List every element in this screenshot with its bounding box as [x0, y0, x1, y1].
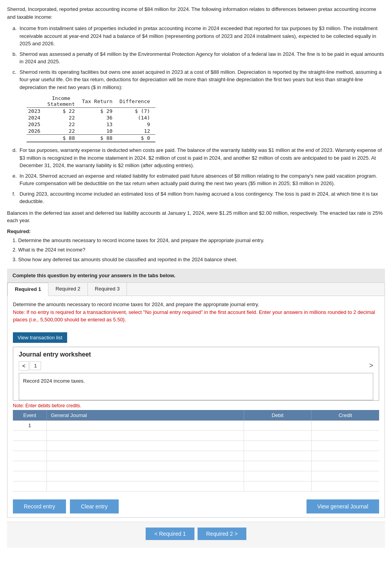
nav-row: < 1 >: [19, 361, 373, 371]
credit-input-5[interactable]: [314, 463, 377, 469]
record-entry-button[interactable]: Record entry: [13, 499, 66, 513]
record-label-box: Record 2024 income taxes.: [19, 373, 373, 400]
gj-input-5[interactable]: [49, 463, 241, 469]
bottom-nav: < Required 1 Required 2 >: [7, 522, 385, 548]
table-row: [13, 430, 379, 440]
credit-cell-6[interactable]: [312, 471, 379, 481]
table-row: [13, 471, 379, 481]
event-cell-3: [13, 440, 47, 451]
list-item-d: For tax purposes, warranty expense is de…: [12, 146, 385, 169]
gj-input-6[interactable]: [49, 473, 241, 479]
debit-cell-7[interactable]: [244, 481, 311, 491]
tabs-bar: Required 1 Required 2 Required 3: [7, 283, 385, 296]
debit-cell-6[interactable]: [244, 471, 311, 481]
credit-input-7[interactable]: [314, 483, 377, 489]
credit-cell-3[interactable]: [312, 440, 379, 451]
worksheet-title: Journal entry worksheet: [19, 351, 373, 358]
list-item-f: During 2023, accounting income included …: [12, 190, 385, 205]
bottom-prev-button[interactable]: < Required 1: [146, 528, 194, 540]
dep-year-2025: 2025: [27, 121, 46, 128]
debit-cell-3[interactable]: [244, 440, 311, 451]
debit-input-3[interactable]: [246, 443, 309, 449]
tab-required-3[interactable]: Required 3: [88, 283, 127, 296]
view-general-journal-button[interactable]: View general Journal: [306, 499, 380, 513]
dep-tax-2026: 10: [80, 128, 118, 135]
debit-cell-5[interactable]: [244, 461, 311, 471]
credit-cell-5[interactable]: [312, 461, 379, 471]
credit-cell-4[interactable]: [312, 451, 379, 461]
gj-cell-1[interactable]: [47, 421, 244, 431]
tab-note-text: Note: If no entry is required for a tran…: [13, 309, 375, 323]
dep-tax-2023: $ 29: [80, 108, 118, 115]
gj-cell-7[interactable]: [47, 481, 244, 491]
credit-cell-1[interactable]: [312, 421, 379, 431]
dep-tax-2025: 13: [80, 121, 118, 128]
col-header-credit: Credit: [312, 410, 379, 421]
tabs-area: Required 1 Required 2 Required 3 Determi…: [7, 282, 385, 518]
credit-cell-2[interactable]: [312, 430, 379, 440]
bottom-next-button[interactable]: Required 2 >: [198, 528, 246, 540]
gj-input-3[interactable]: [49, 443, 241, 449]
tab-required-2[interactable]: Required 2: [48, 283, 88, 296]
required-item-3: 3. Show how any deferred tax amounts sho…: [12, 256, 385, 264]
table-row: [13, 440, 379, 451]
debit-input-4[interactable]: [246, 453, 309, 459]
table-row: [13, 461, 379, 471]
gj-cell-2[interactable]: [47, 430, 244, 440]
col-header-gj: General Journal: [47, 410, 244, 421]
event-cell-1: 1: [13, 421, 47, 431]
dep-diff-2026: 12: [118, 128, 155, 135]
clear-entry-button[interactable]: Clear entry: [70, 499, 118, 513]
col-header-event: Event: [13, 410, 47, 421]
gj-cell-4[interactable]: [47, 451, 244, 461]
dep-diff-2024: (14): [118, 114, 155, 121]
debit-input-2[interactable]: [246, 433, 309, 439]
nav-next-icon[interactable]: >: [369, 362, 373, 370]
list-item-b: Sherrod was assessed a penalty of $4 mil…: [12, 50, 385, 66]
dep-year-2024: 2024: [27, 114, 46, 121]
event-cell-4: [13, 451, 47, 461]
event-cell-7: [13, 481, 47, 491]
nav-prev-button[interactable]: <: [19, 361, 29, 371]
dep-year-2026: 2026: [27, 128, 46, 135]
tab-required-1[interactable]: Required 1: [7, 283, 48, 296]
dep-diff-2025: 9: [118, 121, 155, 128]
debit-cell-4[interactable]: [244, 451, 311, 461]
worksheet-box: Journal entry worksheet < 1 > Record 202…: [13, 347, 379, 401]
credit-input-2[interactable]: [314, 433, 377, 439]
required-item-2: 2. What is the 2024 net income?: [12, 246, 385, 254]
worksheet-header: Journal entry worksheet < 1 >: [13, 347, 379, 373]
credit-input-3[interactable]: [314, 443, 377, 449]
gj-input-1[interactable]: [49, 422, 241, 428]
gj-cell-5[interactable]: [47, 461, 244, 471]
table-row: [13, 451, 379, 461]
gj-input-4[interactable]: [49, 453, 241, 459]
list-item-c: Sherrod rents its operating facilities b…: [12, 68, 385, 91]
list-item-a: Income from installment sales of propert…: [12, 25, 385, 48]
tab-main-text: Determine the amounts necessary to recor…: [13, 301, 259, 307]
credit-cell-7[interactable]: [312, 481, 379, 491]
debit-input-7[interactable]: [246, 483, 309, 489]
gj-cell-3[interactable]: [47, 440, 244, 451]
event-cell-5: [13, 461, 47, 471]
dep-income-2025: 22: [46, 121, 80, 128]
gj-cell-6[interactable]: [47, 471, 244, 481]
debit-input-5[interactable]: [246, 463, 309, 469]
dep-income-2026: 22: [46, 128, 80, 135]
view-transaction-button[interactable]: View transaction list: [13, 332, 67, 343]
debit-cell-2[interactable]: [244, 430, 311, 440]
event-cell-2: [13, 430, 47, 440]
debit-input-6[interactable]: [246, 473, 309, 479]
debit-cell-1[interactable]: [244, 421, 311, 431]
record-label-text: Record 2024 income taxes.: [23, 378, 85, 384]
action-buttons-row: Record entry Clear entry View general Jo…: [7, 496, 385, 517]
credit-input-1[interactable]: [314, 422, 377, 428]
gj-input-2[interactable]: [49, 433, 241, 439]
debit-input-1[interactable]: [246, 422, 309, 428]
gj-input-7[interactable]: [49, 483, 241, 489]
credit-input-6[interactable]: [314, 473, 377, 479]
nav-num: 1: [30, 361, 41, 370]
credit-input-4[interactable]: [314, 453, 377, 459]
depreciation-table: IncomeStatement Tax Return Difference 20…: [27, 95, 155, 143]
journal-table: Event General Journal Debit Credit 1: [13, 410, 379, 492]
